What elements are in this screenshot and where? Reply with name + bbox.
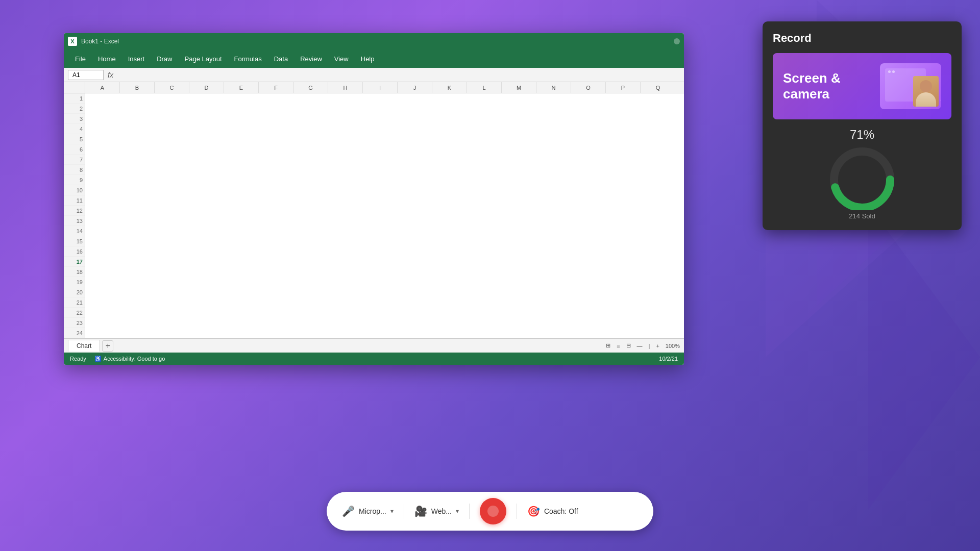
donut-preview: 71% 214 Sold	[773, 128, 951, 220]
record-title: Record	[773, 32, 951, 45]
record-preview-thumbnail: ↗	[880, 63, 941, 109]
camera-control[interactable]: 🎥 Web... ▾	[414, 505, 459, 517]
record-panel: Record Screen &camera ↗ 71%	[763, 21, 962, 230]
excel-menu-bar: File Home Insert Draw Page Layout Formul…	[64, 49, 684, 68]
menu-home[interactable]: Home	[93, 53, 121, 65]
excel-window: X Book1 - Excel File Home Insert Draw Pa…	[64, 33, 684, 365]
panel-donut-svg	[816, 144, 908, 210]
list-view-icon[interactable]: ≡	[617, 343, 620, 349]
svg-marker-1	[868, 204, 980, 510]
accessibility-status: Accessibility: Good to go	[104, 356, 165, 362]
excel-title-bar: X Book1 - Excel	[64, 33, 684, 49]
status-date: 10/2/21	[659, 356, 678, 362]
column-view-icon[interactable]: ⊟	[626, 342, 631, 349]
menu-insert[interactable]: Insert	[123, 53, 150, 65]
grid-view-icon[interactable]: ⊞	[606, 342, 610, 349]
microphone-icon: 🎤	[342, 505, 355, 517]
formula-icon: fx	[108, 71, 113, 79]
add-sheet-button[interactable]: +	[102, 340, 113, 352]
screen-and-camera-option[interactable]: Screen &camera ↗	[773, 53, 951, 119]
menu-formulas[interactable]: Formulas	[229, 53, 267, 65]
excel-tab-bar: Chart + ⊞ ≡ ⊟ — | + 100%	[64, 338, 684, 353]
status-ready: Ready	[70, 356, 86, 362]
menu-review[interactable]: Review	[295, 53, 327, 65]
separator-2	[469, 504, 470, 519]
record-button[interactable]	[480, 498, 506, 524]
cell-reference[interactable]: A1	[68, 70, 104, 80]
coach-control[interactable]: 🎯 Coach: Off	[527, 505, 578, 517]
menu-view[interactable]: View	[329, 53, 354, 65]
microphone-label: Microp...	[359, 507, 386, 515]
camera-chevron[interactable]: ▾	[456, 508, 459, 515]
coach-label: Coach: Off	[544, 507, 578, 515]
excel-tab-chart[interactable]: Chart	[68, 340, 100, 352]
menu-page-layout[interactable]: Page Layout	[180, 53, 227, 65]
menu-draw[interactable]: Draw	[152, 53, 177, 65]
menu-help[interactable]: Help	[356, 53, 380, 65]
camera-icon: 🎥	[414, 505, 427, 517]
menu-data[interactable]: Data	[269, 53, 293, 65]
camera-label: Web...	[431, 507, 452, 515]
accessibility-icon: ♿	[94, 356, 102, 362]
screen-camera-label: Screen &camera	[783, 70, 841, 102]
menu-file[interactable]: File	[70, 53, 91, 65]
control-bar: 🎤 Microp... ▾ 🎥 Web... ▾ 🎯 Coach: Off	[327, 492, 653, 531]
excel-content: A B C D E F G H I J K L M N O P Q	[64, 82, 684, 365]
zoom-level: 100%	[666, 343, 680, 349]
separator-1	[404, 504, 404, 519]
excel-status-bar: Ready ♿ Accessibility: Good to go 10/2/2…	[64, 353, 684, 365]
record-inner	[487, 506, 499, 517]
coach-icon: 🎯	[527, 505, 540, 517]
microphone-chevron[interactable]: ▾	[390, 508, 394, 515]
separator-3	[517, 504, 517, 519]
excel-formula-bar: A1 fx	[64, 68, 684, 82]
microphone-control[interactable]: 🎤 Microp... ▾	[342, 505, 394, 517]
